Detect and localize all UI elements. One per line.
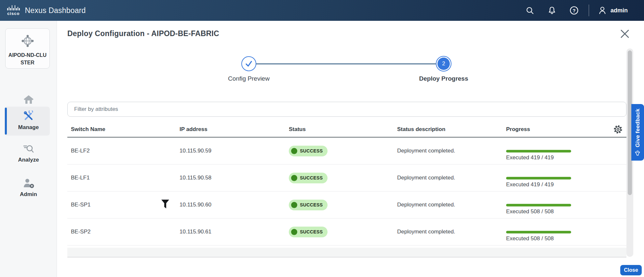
success-dot-icon: [291, 175, 297, 181]
sidebar-item-manage[interactable]: Manage: [0, 111, 57, 131]
sidebar-item-admin[interactable]: Admin: [0, 178, 57, 198]
product-title: Nexus Dashboard: [25, 6, 86, 15]
table-settings-gear-icon[interactable]: [613, 124, 623, 135]
status-description: Deployment completed.: [397, 148, 506, 154]
cluster-selector[interactable]: AIPOD-ND-CLUSTER: [5, 28, 50, 69]
column-progress[interactable]: Progress: [506, 126, 626, 133]
user-name: admin: [610, 7, 628, 14]
progress-cell: Executed 419 / 419: [506, 165, 626, 188]
cluster-globe-icon: [20, 33, 35, 49]
progress-label: Executed 508 / 508: [506, 235, 626, 242]
progress-bar: [506, 150, 571, 152]
ip-address: 10.115.90.59: [180, 148, 289, 154]
step-label-config-preview[interactable]: Config Preview: [228, 75, 270, 82]
user-avatar-icon: [597, 6, 607, 15]
table-row[interactable]: BE-SP1 10.115.90.60 SUCCESS Deployment c…: [67, 191, 626, 218]
brand: cisco Nexus Dashboard: [7, 5, 86, 16]
status-description: Deployment completed.: [397, 175, 506, 181]
step-number: 2: [437, 58, 450, 70]
step-config-preview-check-icon[interactable]: [241, 56, 256, 71]
header-actions: ? admin: [513, 5, 628, 16]
progress-label: Executed 419 / 419: [506, 154, 626, 161]
table-row[interactable]: BE-LF1 10.115.90.58 SUCCESS Deployment c…: [67, 165, 626, 191]
search-icon[interactable]: [525, 6, 535, 15]
svg-text:?: ?: [572, 8, 575, 13]
table-header: Switch Name IP address Status Status des…: [67, 122, 626, 138]
admin-user-gear-icon: [22, 178, 35, 189]
sidebar: AIPOD-ND-CLUSTER Home Manage: [0, 21, 57, 277]
help-icon[interactable]: ?: [569, 6, 579, 15]
progress-bar: [506, 177, 571, 179]
progress-bar: [506, 204, 571, 206]
switch-name-link[interactable]: BE-SP1: [71, 202, 180, 208]
give-feedback-tab[interactable]: Give feedback: [631, 104, 644, 161]
column-ip-address[interactable]: IP address: [180, 126, 289, 133]
status-badge: SUCCESS: [289, 227, 328, 237]
status-badge: SUCCESS: [289, 146, 328, 156]
analyze-icon: [23, 144, 34, 154]
ip-address: 10.115.90.60: [180, 202, 289, 208]
sidebar-item-label: Manage: [18, 124, 39, 131]
notifications-bell-icon[interactable]: [547, 6, 557, 15]
cisco-wordmark: cisco: [7, 11, 20, 16]
success-dot-icon: [291, 229, 297, 235]
progress-label: Executed 508 / 508: [506, 208, 626, 215]
success-dot-icon: [291, 148, 297, 154]
ip-address: 10.115.90.58: [180, 175, 289, 181]
close-button[interactable]: Close: [620, 265, 642, 275]
ip-address: 10.115.90.61: [180, 229, 289, 235]
column-status[interactable]: Status: [289, 126, 397, 133]
column-status-description[interactable]: Status description: [397, 126, 506, 133]
deploy-configuration-dialog: Deploy Configuration - AIPOD-BE-FABRIC 2…: [57, 21, 644, 277]
dialog-title: Deploy Configuration - AIPOD-BE-FABRIC: [67, 29, 219, 38]
status-description: Deployment completed.: [397, 202, 506, 208]
progress-cell: Executed 508 / 508: [506, 191, 626, 215]
progress-label: Executed 419 / 419: [506, 181, 626, 188]
progress-cell: Executed 419 / 419: [506, 138, 626, 161]
filter-input[interactable]: [67, 102, 626, 117]
user-menu[interactable]: admin: [597, 6, 628, 15]
status-badge: SUCCESS: [289, 173, 328, 183]
switch-name-link[interactable]: BE-LF1: [71, 175, 180, 181]
manage-tools-icon: [23, 111, 34, 122]
table-row[interactable]: BE-LF2 10.115.90.59 SUCCESS Deployment c…: [67, 138, 626, 165]
feedback-label: Give feedback: [635, 108, 641, 147]
status-badge: SUCCESS: [289, 200, 328, 210]
home-icon: [23, 95, 34, 104]
cisco-logo-bars-icon: [7, 5, 20, 10]
sidebar-item-label: Admin: [20, 191, 37, 198]
partially-visible-row: [67, 248, 626, 257]
step-label-deploy-progress: Deploy Progress: [419, 75, 468, 82]
success-dot-icon: [291, 202, 297, 208]
cisco-logo: cisco: [7, 5, 20, 16]
close-icon[interactable]: [619, 28, 631, 40]
switch-name-link[interactable]: BE-SP2: [71, 229, 180, 235]
header-divider: [589, 5, 589, 16]
screen: cisco Nexus Dashboard ?: [0, 0, 644, 277]
progress-cell: Executed 508 / 508: [506, 218, 626, 242]
top-bar: cisco Nexus Dashboard ?: [0, 0, 644, 21]
switch-name-link[interactable]: BE-LF2: [71, 148, 180, 154]
sidebar-item-label: Analyze: [18, 157, 39, 163]
sidebar-item-analyze[interactable]: Analyze: [0, 144, 57, 163]
status-description: Deployment completed.: [397, 229, 506, 235]
table-body: BE-LF2 10.115.90.59 SUCCESS Deployment c…: [67, 138, 626, 245]
cluster-name: AIPOD-ND-CLUSTER: [8, 51, 47, 66]
step-deploy-progress-badge: 2: [436, 56, 451, 72]
feedback-megaphone-icon: [635, 150, 641, 156]
column-switch-name[interactable]: Switch Name: [71, 126, 180, 133]
table-row[interactable]: BE-SP2 10.115.90.61 SUCCESS Deployment c…: [67, 218, 626, 245]
stepper-connector: [249, 63, 444, 64]
progress-bar: [506, 231, 571, 233]
